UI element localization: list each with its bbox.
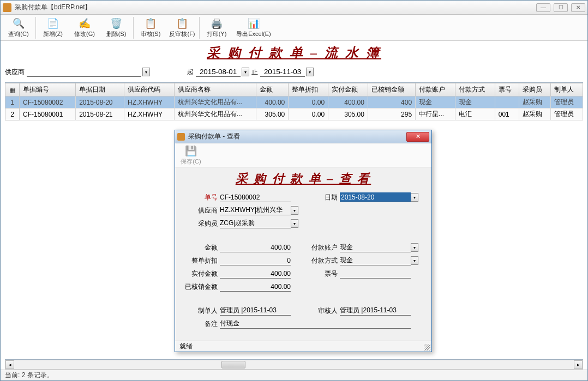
save-icon: 💾 — [185, 145, 197, 157]
col-ticket[interactable]: 票号 — [495, 83, 519, 96]
maximize-button[interactable]: ☐ — [554, 3, 568, 12]
dialog-icon — [177, 133, 185, 141]
clipboard-undo-icon: 📋 — [176, 17, 188, 29]
supplier-filter-input[interactable] — [27, 67, 141, 77]
dialog-status-text: 就绪 — [179, 342, 193, 351]
supplier-dropdown-arrow[interactable]: ▾ — [142, 68, 150, 76]
edit-button[interactable]: ✍️修改(G) — [69, 16, 100, 40]
edit-icon: ✍️ — [79, 17, 91, 29]
docno-label: 单号 — [182, 193, 220, 202]
excel-icon: 📊 — [248, 17, 260, 29]
close-button[interactable]: ✕ — [571, 3, 585, 12]
remark-input[interactable] — [220, 319, 411, 329]
add-button[interactable]: 📄新增(Z) — [37, 16, 69, 40]
supplier-filter-label: 供应商 — [5, 68, 25, 77]
writtenoff-input[interactable] — [220, 282, 291, 292]
col-supplier-name[interactable]: 供应商名称 — [174, 83, 256, 96]
query-button[interactable]: 🔍查询(C) — [3, 16, 34, 40]
view-dialog: 采购付款单 - 查看 ✕ 💾 保存(C) 采 购 付 款 单 – 查 看 单号 … — [175, 130, 432, 352]
end-date-dropdown[interactable]: ▾ — [306, 68, 314, 76]
titlebar: 采购付款单【bdERP.net】 — ☐ ✕ — [1, 1, 587, 15]
paymethod-input[interactable] — [340, 256, 411, 265]
window-title: 采购付款单【bdERP.net】 — [15, 3, 536, 12]
table-header-row: ▦ 单据编号 单据日期 供应商代码 供应商名称 金额 整单折扣 实付金额 已核销… — [5, 83, 583, 96]
col-pay-account[interactable]: 付款账户 — [416, 83, 455, 96]
start-date-input[interactable] — [196, 67, 241, 77]
col-creator[interactable]: 制单人 — [551, 83, 583, 96]
paymethod-dropdown[interactable]: ▾ — [411, 256, 418, 265]
docno-input[interactable] — [220, 192, 291, 202]
dialog-resize-grip[interactable] — [424, 344, 430, 350]
supplier-label: 供应商 — [182, 206, 220, 215]
buyer-label: 采购员 — [182, 219, 220, 228]
ticket-label: 票号 — [306, 269, 340, 279]
auditor-label: 审核人 — [306, 306, 340, 316]
creator-input[interactable] — [220, 306, 291, 316]
col-supplier-code[interactable]: 供应商代码 — [124, 83, 174, 96]
buyer-input[interactable] — [220, 219, 291, 228]
dialog-save-button: 💾 保存(C) — [177, 144, 205, 166]
toolbar: 🔍查询(C) 📄新增(Z) ✍️修改(G) 🗑️删除(S) 📋审核(S) 📋反审… — [1, 15, 587, 41]
discount-label: 整单折扣 — [182, 256, 220, 265]
export-excel-button[interactable]: 📊导出Excel(E) — [232, 16, 275, 40]
paid-input[interactable] — [220, 269, 291, 279]
payaccount-input[interactable] — [340, 243, 411, 252]
col-paid[interactable]: 实付金额 — [328, 83, 368, 96]
auditor-input[interactable] — [340, 306, 411, 316]
col-writtenoff[interactable]: 已核销金额 — [368, 83, 415, 96]
status-text: 当前: 2 条记录。 — [5, 371, 53, 380]
scroll-left-button[interactable]: ◂ — [5, 360, 14, 369]
printer-icon: 🖨️ — [211, 17, 223, 29]
trash-icon: 🗑️ — [110, 17, 122, 29]
end-date-label: 止 — [251, 68, 258, 77]
scroll-right-button[interactable]: ▸ — [574, 360, 583, 369]
dialog-title: 采购付款单 - 查看 — [188, 132, 406, 141]
start-date-dropdown[interactable]: ▾ — [242, 68, 249, 76]
audit-button[interactable]: 📋审核(S) — [135, 16, 166, 40]
table-row[interactable]: 1 CF-15080002 2015-08-20 HZ.XHWHY 杭州兴华文化… — [5, 96, 583, 108]
amount-label: 金额 — [182, 243, 220, 252]
unaudit-button[interactable]: 📋反审核(F) — [166, 16, 198, 40]
date-dropdown[interactable]: ▾ — [411, 193, 418, 202]
page-title: 采 购 付 款 单 – 流 水 簿 — [1, 41, 587, 65]
amount-input[interactable] — [220, 243, 291, 252]
paid-label: 实付金额 — [182, 269, 220, 279]
creator-label: 制单人 — [182, 306, 220, 316]
col-doc-date[interactable]: 单据日期 — [76, 83, 124, 96]
col-amount[interactable]: 金额 — [256, 83, 288, 96]
writtenoff-label: 已核销金额 — [182, 282, 220, 292]
buyer-dropdown[interactable]: ▾ — [291, 219, 298, 228]
horizontal-scrollbar[interactable]: ◂ ▸ — [5, 360, 583, 370]
col-buyer[interactable]: 采购员 — [519, 83, 551, 96]
dialog-close-button[interactable]: ✕ — [406, 132, 429, 142]
payaccount-label: 付款账户 — [306, 243, 340, 252]
col-pay-method[interactable]: 付款方式 — [455, 83, 495, 96]
col-discount[interactable]: 整单折扣 — [289, 83, 328, 96]
print-button[interactable]: 🖨️打印(Y) — [201, 16, 232, 40]
dialog-body: 采 购 付 款 单 – 查 看 单号 日期 ▾ 供应商 ▾ 采购员 ▾ 金额 付… — [175, 167, 431, 341]
row-selector-head[interactable]: ▦ — [5, 83, 20, 96]
remark-label: 备注 — [182, 319, 220, 329]
payaccount-dropdown[interactable]: ▾ — [411, 243, 418, 252]
scroll-thumb[interactable] — [221, 361, 245, 368]
discount-input[interactable] — [220, 256, 291, 265]
search-icon: 🔍 — [13, 17, 25, 29]
dialog-toolbar: 💾 保存(C) — [175, 143, 431, 167]
paymethod-label: 付款方式 — [306, 256, 340, 265]
dialog-statusbar: 就绪 — [175, 341, 431, 352]
start-date-label: 起 — [187, 68, 194, 77]
dialog-page-title: 采 购 付 款 单 – 查 看 — [236, 172, 371, 185]
dialog-titlebar[interactable]: 采购付款单 - 查看 ✕ — [175, 130, 431, 143]
new-doc-icon: 📄 — [47, 17, 59, 29]
table-row[interactable]: 2 CF-15080001 2015-08-21 HZ.XHWHY 杭州兴华文化… — [5, 108, 583, 120]
end-date-input[interactable] — [260, 67, 305, 77]
delete-button[interactable]: 🗑️删除(S) — [100, 16, 132, 40]
minimize-button[interactable]: — — [536, 3, 550, 12]
date-input[interactable] — [340, 192, 411, 202]
statusbar: 当前: 2 条记录。 — [1, 370, 587, 380]
supplier-input[interactable] — [220, 205, 291, 215]
col-doc-no[interactable]: 单据编号 — [20, 83, 76, 96]
ticket-input[interactable] — [340, 269, 411, 279]
supplier-dropdown[interactable]: ▾ — [291, 206, 298, 215]
data-table[interactable]: ▦ 单据编号 单据日期 供应商代码 供应商名称 金额 整单折扣 实付金额 已核销… — [5, 83, 583, 120]
